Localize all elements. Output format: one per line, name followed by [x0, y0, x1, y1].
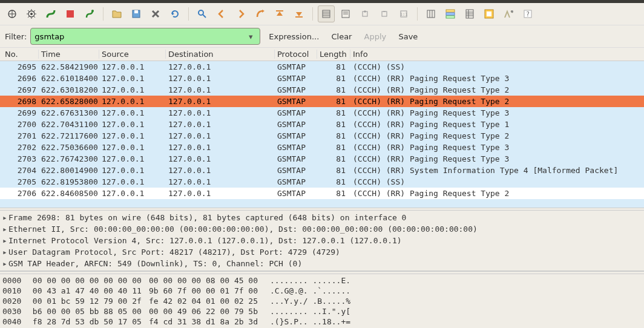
svg-point-20	[199, 10, 203, 15]
cell-no: 2706	[2, 188, 39, 199]
cell-length: 81	[317, 188, 350, 199]
tree-item[interactable]: ▸Ethernet II, Src: 00:00:00_00:00:00 (00…	[2, 223, 642, 235]
expand-arrow-icon[interactable]: ▸	[2, 258, 8, 269]
cell-no: 2705	[2, 176, 39, 188]
open-file-icon[interactable]	[108, 5, 125, 22]
svg-rect-53	[487, 11, 491, 16]
go-last-icon[interactable]	[291, 5, 307, 22]
packet-row[interactable]: 2702622.75036600127.0.0.1127.0.0.1GSMTAP…	[0, 142, 644, 153]
resize-columns-icon[interactable]	[422, 5, 439, 22]
packet-row[interactable]: 2706622.84608500127.0.0.1127.0.0.1GSMTAP…	[0, 188, 644, 199]
cell-length: 81	[317, 107, 350, 119]
filter-label: Filter:	[5, 32, 27, 41]
hex-bytes: 00 00 00 00 00 00 00 00	[28, 275, 149, 286]
cell-length: 81	[317, 73, 350, 84]
svg-rect-45	[446, 13, 455, 15]
go-first-icon[interactable]	[271, 5, 288, 22]
cell-no: 2703	[2, 153, 39, 165]
help-icon[interactable]: ?	[519, 5, 536, 22]
filter-input-wrap[interactable]: ▾	[30, 28, 260, 45]
hex-row[interactable]: 0010 00 43 a1 47 40 00 40 11 9b 60 7f 00…	[2, 286, 642, 296]
colorize-icon[interactable]	[318, 5, 335, 22]
save-button[interactable]: Save	[398, 32, 418, 41]
display-filters-icon[interactable]	[461, 5, 478, 22]
packet-row[interactable]: 2696622.61018400127.0.0.1127.0.0.1GSMTAP…	[0, 73, 644, 84]
filter-dropdown-icon[interactable]: ▾	[245, 32, 256, 41]
tree-item[interactable]: ▸GSM TAP Header, ARFCN: 549 (Downlink), …	[2, 258, 642, 269]
packet-row[interactable]: 2699622.67631300127.0.0.1127.0.0.1GSMTAP…	[0, 107, 644, 119]
packet-list[interactable]: 2695622.58421900127.0.0.1127.0.0.1GSMTAP…	[0, 61, 644, 208]
auto-scroll-icon[interactable]	[337, 5, 354, 22]
packet-list-header[interactable]: No. Time Source Destination Protocol Len…	[0, 48, 644, 61]
capture-stop-icon[interactable]	[62, 5, 79, 22]
packet-row[interactable]: 2701622.72117600127.0.0.1127.0.0.1GSMTAP…	[0, 130, 644, 142]
toolbar-separator	[103, 7, 104, 21]
cell-info: (CCCH) (RR) Paging Request Type 2	[350, 96, 642, 107]
cell-info: (CCCH) (SS)	[350, 176, 642, 188]
col-time[interactable]: Time	[39, 50, 99, 59]
cell-destination: 127.0.0.1	[166, 165, 275, 176]
col-destination[interactable]: Destination	[166, 50, 275, 59]
apply-button[interactable]: Apply	[364, 32, 387, 41]
hex-row[interactable]: 0030 b6 00 00 05 bb 88 05 00 00 00 49 06…	[2, 306, 642, 317]
options-icon[interactable]	[23, 5, 40, 22]
go-to-packet-icon[interactable]	[252, 5, 269, 22]
packet-row[interactable]: 2703622.76742300127.0.0.1127.0.0.1GSMTAP…	[0, 153, 644, 165]
hex-row[interactable]: 0040 f8 28 7d 53 db 50 17 05 f4 cd 31 38…	[2, 317, 642, 327]
hex-bytes: 00 01 bc 59 12 79 00 2f	[28, 296, 149, 306]
expand-arrow-icon[interactable]: ▸	[2, 212, 8, 223]
preferences-icon[interactable]	[500, 5, 517, 22]
capture-restart-icon[interactable]	[81, 5, 98, 22]
packet-details-pane[interactable]: ▸Frame 2698: 81 bytes on wire (648 bits)…	[0, 211, 644, 271]
zoom-100-icon[interactable]: 1:1	[395, 5, 412, 22]
packet-bytes-pane[interactable]: 0000 00 00 00 00 00 00 00 00 00 00 00 00…	[0, 274, 644, 328]
expand-arrow-icon[interactable]: ▸	[2, 246, 8, 258]
cell-source: 127.0.0.1	[99, 188, 166, 199]
col-no[interactable]: No.	[2, 50, 39, 59]
filter-input[interactable]	[34, 32, 245, 41]
hex-row[interactable]: 0000 00 00 00 00 00 00 00 00 00 00 00 00…	[2, 275, 642, 286]
col-length[interactable]: Length	[317, 50, 350, 59]
expand-arrow-icon[interactable]: ▸	[2, 223, 8, 235]
cell-protocol: GSMTAP	[275, 96, 317, 107]
hex-bytes: f8 28 7d 53 db 50 17 05	[28, 317, 149, 327]
clear-button[interactable]: Clear	[331, 32, 352, 41]
col-info[interactable]: Info	[350, 50, 642, 59]
packet-row[interactable]: 2698622.65828000127.0.0.1127.0.0.1GSMTAP…	[0, 96, 644, 107]
tree-item[interactable]: ▸Internet Protocol Version 4, Src: 127.0…	[2, 235, 642, 246]
expression-button[interactable]: Expression...	[269, 32, 319, 41]
capture-filters-icon[interactable]	[442, 5, 459, 22]
svg-marker-25	[296, 12, 302, 16]
go-back-icon[interactable]	[213, 5, 230, 22]
packet-row[interactable]: 2700622.70431100127.0.0.1127.0.0.1GSMTAP…	[0, 119, 644, 130]
tree-item[interactable]: ▸Frame 2698: 81 bytes on wire (648 bits)…	[2, 212, 642, 223]
svg-line-21	[203, 15, 206, 18]
tree-item[interactable]: ▸User Datagram Protocol, Src Port: 48217…	[2, 246, 642, 258]
coloring-rules-icon[interactable]	[481, 5, 498, 22]
packet-row[interactable]: 2697622.63018200127.0.0.1127.0.0.1GSMTAP…	[0, 84, 644, 96]
svg-text:?: ?	[526, 11, 530, 18]
cell-protocol: GSMTAP	[275, 153, 317, 165]
go-forward-icon[interactable]	[232, 5, 249, 22]
svg-rect-13	[67, 10, 74, 18]
save-file-icon[interactable]	[128, 5, 145, 22]
capture-start-icon[interactable]	[42, 5, 59, 22]
hex-bytes: 00 00 00 00 08 00 45 00	[149, 275, 270, 286]
expand-arrow-icon[interactable]: ▸	[2, 235, 8, 246]
tree-label: Frame 2698: 81 bytes on wire (648 bits),…	[8, 213, 406, 222]
interfaces-icon[interactable]	[4, 5, 21, 22]
close-file-icon[interactable]	[147, 5, 164, 22]
packet-row[interactable]: 2705622.81953800127.0.0.1127.0.0.1GSMTAP…	[0, 176, 644, 188]
col-protocol[interactable]: Protocol	[275, 50, 317, 59]
col-source[interactable]: Source	[99, 50, 166, 59]
zoom-in-icon[interactable]	[356, 5, 373, 22]
cell-time: 622.80014900	[39, 165, 99, 176]
packet-row[interactable]: 2704622.80014900127.0.0.1127.0.0.1GSMTAP…	[0, 165, 644, 176]
hex-bytes: 00 43 a1 47 40 00 40 11	[28, 286, 149, 296]
find-icon[interactable]	[194, 5, 211, 22]
reload-icon[interactable]	[166, 5, 183, 22]
zoom-out-icon[interactable]	[376, 5, 393, 22]
hex-row[interactable]: 0020 00 01 bc 59 12 79 00 2f fe 42 02 04…	[2, 296, 642, 306]
tree-label: Ethernet II, Src: 00:00:00_00:00:00 (00:…	[8, 225, 478, 234]
packet-row[interactable]: 2695622.58421900127.0.0.1127.0.0.1GSMTAP…	[0, 61, 644, 73]
